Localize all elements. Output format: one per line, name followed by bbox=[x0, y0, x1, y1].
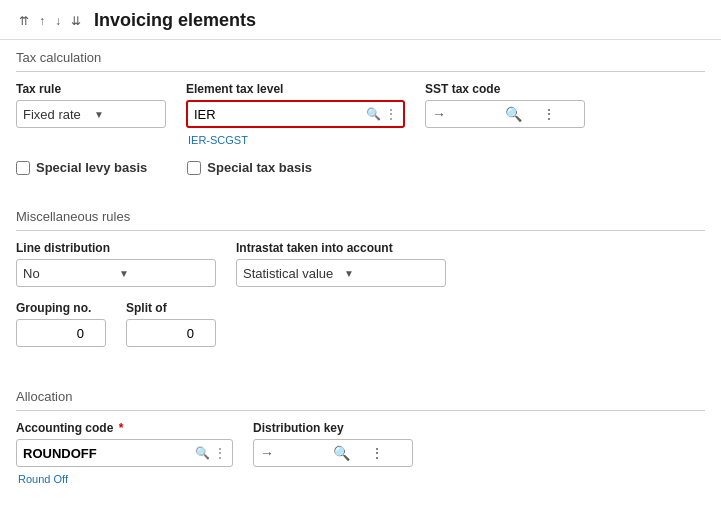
grouping-no-group: Grouping no. bbox=[16, 301, 106, 347]
special-levy-basis-checkbox[interactable] bbox=[16, 161, 30, 175]
sst-tax-code-arrow: → bbox=[432, 106, 469, 122]
element-tax-level-label: Element tax level bbox=[186, 82, 405, 96]
tax-rule-row: Tax rule Fixed rate ▼ Element tax level … bbox=[16, 82, 705, 146]
dropdown-arrow-icon: ▼ bbox=[94, 109, 159, 120]
intrastat-value: Statistical value bbox=[243, 266, 338, 281]
grouping-split-row: Grouping no. Split of bbox=[16, 301, 705, 347]
search-icon[interactable]: 🔍 bbox=[366, 107, 381, 121]
distribution-key-group: Distribution key → 🔍 ⋮ bbox=[253, 421, 413, 467]
arrow-down[interactable]: ↓ bbox=[52, 12, 64, 30]
accounting-code-field[interactable]: 🔍 ⋮ bbox=[16, 439, 233, 467]
line-distribution-value: No bbox=[23, 266, 113, 281]
distribution-key-label: Distribution key bbox=[253, 421, 413, 435]
page-header: ⇈ ↑ ↓ ⇊ Invoicing elements bbox=[0, 0, 721, 40]
element-tax-level-input[interactable] bbox=[194, 107, 362, 122]
arrow-up-top[interactable]: ⇈ bbox=[16, 12, 32, 30]
accounting-search-icon[interactable]: 🔍 bbox=[195, 446, 210, 460]
accounting-hint: Round Off bbox=[16, 473, 233, 485]
page-title: Invoicing elements bbox=[94, 10, 256, 31]
tax-rule-group: Tax rule Fixed rate ▼ bbox=[16, 82, 166, 128]
arrow-down-bottom[interactable]: ⇊ bbox=[68, 12, 84, 30]
miscellaneous-rules-label: Miscellaneous rules bbox=[0, 199, 721, 230]
special-levy-basis-label[interactable]: Special levy basis bbox=[36, 160, 147, 175]
intrastat-group: Intrastat taken into account Statistical… bbox=[236, 241, 446, 287]
sst-menu-icon[interactable]: ⋮ bbox=[542, 106, 579, 122]
arrow-up[interactable]: ↑ bbox=[36, 12, 48, 30]
grouping-no-input[interactable] bbox=[16, 319, 106, 347]
accounting-menu-icon[interactable]: ⋮ bbox=[214, 446, 226, 460]
navigation-arrows[interactable]: ⇈ ↑ ↓ ⇊ bbox=[16, 12, 84, 30]
menu-icon[interactable]: ⋮ bbox=[385, 107, 397, 121]
allocation-section: Allocation Accounting code * 🔍 ⋮ Round O… bbox=[0, 379, 721, 509]
special-levy-basis-item: Special levy basis bbox=[16, 160, 147, 175]
tax-rule-label: Tax rule bbox=[16, 82, 166, 96]
tax-rule-value: Fixed rate bbox=[23, 107, 88, 122]
split-of-label: Split of bbox=[126, 301, 216, 315]
accounting-code-label: Accounting code * bbox=[16, 421, 233, 435]
accounting-code-group: Accounting code * 🔍 ⋮ Round Off bbox=[16, 421, 233, 485]
distribution-key-field[interactable]: → 🔍 ⋮ bbox=[253, 439, 413, 467]
tax-calculation-label: Tax calculation bbox=[0, 40, 721, 71]
split-of-group: Split of bbox=[126, 301, 216, 347]
intrastat-arrow-icon: ▼ bbox=[344, 268, 439, 279]
intrastat-dropdown[interactable]: Statistical value ▼ bbox=[236, 259, 446, 287]
tax-calculation-form: Tax rule Fixed rate ▼ Element tax level … bbox=[0, 72, 721, 199]
sst-search-icon[interactable]: 🔍 bbox=[505, 106, 542, 122]
line-distribution-dropdown[interactable]: No ▼ bbox=[16, 259, 216, 287]
checkbox-row: Special levy basis Special tax basis bbox=[16, 160, 705, 175]
required-marker: * bbox=[115, 421, 123, 435]
line-distribution-group: Line distribution No ▼ bbox=[16, 241, 216, 287]
element-tax-level-group: Element tax level 🔍 ⋮ IER-SCGST bbox=[186, 82, 405, 146]
line-distribution-label: Line distribution bbox=[16, 241, 216, 255]
accounting-code-input[interactable] bbox=[23, 446, 191, 461]
sst-tax-code-field[interactable]: → 🔍 ⋮ bbox=[425, 100, 585, 128]
accounting-distribution-row: Accounting code * 🔍 ⋮ Round Off Distribu… bbox=[16, 421, 705, 485]
sst-tax-code-label: SST tax code bbox=[425, 82, 585, 96]
grouping-no-label: Grouping no. bbox=[16, 301, 106, 315]
miscellaneous-rules-form: Line distribution No ▼ Intrastat taken i… bbox=[0, 231, 721, 371]
distribution-search-icon[interactable]: 🔍 bbox=[333, 445, 370, 461]
element-tax-level-field[interactable]: 🔍 ⋮ bbox=[186, 100, 405, 128]
distribution-menu-icon[interactable]: ⋮ bbox=[370, 445, 407, 461]
line-distribution-row: Line distribution No ▼ Intrastat taken i… bbox=[16, 241, 705, 287]
allocation-label: Allocation bbox=[0, 379, 721, 410]
split-of-input[interactable] bbox=[126, 319, 216, 347]
intrastat-label: Intrastat taken into account bbox=[236, 241, 446, 255]
special-tax-basis-item: Special tax basis bbox=[187, 160, 312, 175]
miscellaneous-rules-section: Miscellaneous rules Line distribution No… bbox=[0, 199, 721, 371]
sst-tax-code-group: SST tax code → 🔍 ⋮ bbox=[425, 82, 585, 128]
tax-calculation-section: Tax calculation Tax rule Fixed rate ▼ El… bbox=[0, 40, 721, 199]
allocation-form: Accounting code * 🔍 ⋮ Round Off Distribu… bbox=[0, 411, 721, 509]
tax-rule-dropdown[interactable]: Fixed rate ▼ bbox=[16, 100, 166, 128]
element-tax-level-suggestion[interactable]: IER-SCGST bbox=[186, 134, 405, 146]
special-tax-basis-checkbox[interactable] bbox=[187, 161, 201, 175]
special-tax-basis-label[interactable]: Special tax basis bbox=[207, 160, 312, 175]
distribution-key-arrow: → bbox=[260, 445, 297, 461]
line-distribution-arrow-icon: ▼ bbox=[119, 268, 209, 279]
